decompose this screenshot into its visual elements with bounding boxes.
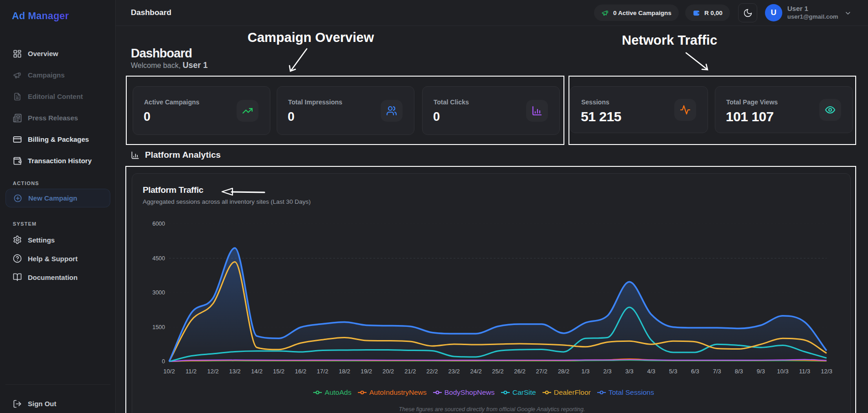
svg-text:6/3: 6/3 <box>691 368 699 375</box>
svg-text:6000: 6000 <box>152 221 165 227</box>
svg-text:11/3: 11/3 <box>799 368 810 375</box>
svg-text:13/2: 13/2 <box>229 368 241 375</box>
svg-text:4500: 4500 <box>152 255 165 262</box>
svg-text:1/3: 1/3 <box>581 368 589 375</box>
svg-text:0: 0 <box>162 358 165 365</box>
svg-text:23/2: 23/2 <box>448 368 460 375</box>
svg-text:15/2: 15/2 <box>273 368 284 375</box>
svg-text:26/2: 26/2 <box>514 368 525 375</box>
svg-text:21/2: 21/2 <box>404 368 416 375</box>
svg-text:8/3: 8/3 <box>735 368 743 375</box>
svg-text:12/3: 12/3 <box>821 368 832 375</box>
svg-text:5/3: 5/3 <box>669 368 677 375</box>
svg-text:2/3: 2/3 <box>603 368 611 375</box>
svg-text:10/2: 10/2 <box>163 368 175 375</box>
svg-text:25/2: 25/2 <box>492 368 503 375</box>
svg-text:18/2: 18/2 <box>339 368 350 375</box>
svg-text:4/3: 4/3 <box>647 368 655 375</box>
svg-text:17/2: 17/2 <box>317 368 328 375</box>
svg-text:22/2: 22/2 <box>426 368 438 375</box>
svg-text:28/2: 28/2 <box>558 368 569 375</box>
svg-text:24/2: 24/2 <box>470 368 481 375</box>
svg-text:9/3: 9/3 <box>757 368 765 375</box>
svg-text:16/2: 16/2 <box>295 368 306 375</box>
svg-text:27/2: 27/2 <box>536 368 548 375</box>
svg-text:3000: 3000 <box>152 289 165 296</box>
svg-text:10/3: 10/3 <box>777 368 788 375</box>
svg-text:1500: 1500 <box>152 324 165 330</box>
svg-text:14/2: 14/2 <box>251 368 263 375</box>
svg-text:12/2: 12/2 <box>207 368 218 375</box>
svg-text:11/2: 11/2 <box>186 368 196 375</box>
svg-text:19/2: 19/2 <box>361 368 372 375</box>
svg-text:20/2: 20/2 <box>382 368 394 375</box>
svg-text:3/3: 3/3 <box>625 368 633 375</box>
svg-text:7/3: 7/3 <box>713 368 721 375</box>
